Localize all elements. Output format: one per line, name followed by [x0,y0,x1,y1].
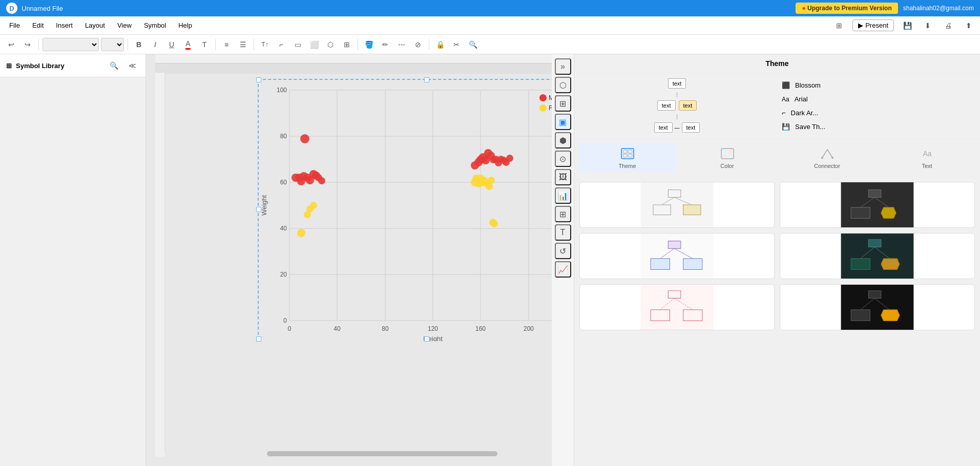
chart-container[interactable]: 0 20 40 60 80 100 0 40 80 120 [258,79,552,340]
dark-icon: ⌐ [782,109,786,117]
menu-edit[interactable]: Edit [27,19,49,31]
toolbar-separator-4 [254,39,254,50]
sidebar-header: ⊞ Symbol Library 🔍 ≪ [0,54,145,77]
no-line-button[interactable]: ⊘ [411,37,425,52]
toolbar-separator-3 [215,39,216,50]
connector-style-button[interactable]: ⌐ [274,37,288,52]
theme-card-4[interactable] [780,233,975,279]
table-icon[interactable]: ⊞ [555,206,571,222]
option-blossom[interactable]: ⬛ Blossom [780,78,975,92]
theme-icon[interactable]: ▣ [555,114,571,130]
cut-button[interactable]: ✂ [449,37,464,52]
tab-connector[interactable]: Connector [778,143,876,172]
connections-icon[interactable]: ⬢ [555,132,571,149]
svg-rect-96 [841,182,914,227]
svg-rect-1 [155,73,164,457]
save-theme-icon: 💾 [782,123,790,131]
svg-text:160: 160 [475,325,486,332]
print-icon[interactable]: 🖨 [941,18,955,33]
container-button[interactable]: ⊞ [340,37,354,52]
menu-symbol[interactable]: Symbol [139,19,171,31]
fill-button[interactable]: 🪣 [362,37,376,52]
svg-rect-105 [683,259,702,270]
theme-card-1[interactable] [579,182,775,228]
menu-help[interactable]: Help [173,19,197,31]
shapes-icon[interactable]: ⊙ [555,151,571,167]
present-button[interactable]: ▶ Present [852,19,894,31]
canvas-content[interactable]: 0 20 40 60 80 100 0 40 80 120 [155,63,552,457]
theme-card-2[interactable] [780,182,975,228]
theme-card-5[interactable] [579,284,775,330]
menu-view[interactable]: View [112,19,137,31]
line-style-button[interactable]: --- [394,37,409,52]
image-icon[interactable]: 🖼 [555,169,571,185]
upgrade-button[interactable]: Upgrade to Premium Version [796,3,898,14]
arial-icon: Aa [782,96,789,103]
redo-button[interactable]: ↪ [20,37,35,52]
align-left-button[interactable]: ≡ [219,37,234,52]
history-icon[interactable]: ↺ [555,243,571,259]
tab-text-label: Text [922,163,932,169]
share-icon[interactable]: ⬆ [962,18,976,33]
menu-insert[interactable]: Insert [51,19,78,31]
chart-icon[interactable]: 📊 [555,187,571,204]
canvas-area[interactable]: /* rulers rendered below */ [146,54,552,466]
tab-theme-label: Theme [618,163,636,169]
handle-tm[interactable] [424,77,429,82]
svg-point-45 [318,177,325,184]
handle-bm[interactable] [424,336,429,342]
theme-preview-area: text | text text | text — text [574,73,980,139]
horizontal-scrollbar[interactable] [164,451,552,457]
menu-layout[interactable]: Layout [80,19,110,31]
font-color-button[interactable]: A [181,37,195,52]
sidebar-search-button[interactable]: 🔍 [107,58,121,73]
screen-icon[interactable]: ⊞ [832,18,846,33]
rect-button[interactable]: ▭ [290,37,305,52]
tab-color[interactable]: Color [678,143,776,172]
main-area: ⊞ Symbol Library 🔍 ≪ /* rulers rendered … [0,54,980,466]
format-icon[interactable]: ⬡ [555,77,571,93]
svg-point-46 [300,134,309,143]
underline-button[interactable]: U [164,37,179,52]
font-size-select[interactable] [101,38,124,51]
align-button[interactable]: ☰ [236,37,250,52]
svg-text:200: 200 [524,325,534,332]
expand-icon[interactable]: » [555,58,571,75]
theme-card-3[interactable] [579,233,775,279]
download-icon[interactable]: ⬇ [921,18,935,33]
text-style-button[interactable]: T [197,37,212,52]
option-dark[interactable]: ⌐ Dark Ar... [780,106,975,120]
tab-text[interactable]: Aa Text [878,143,976,172]
canvas-inner[interactable]: 0 20 40 60 80 100 0 40 80 120 [165,74,552,457]
italic-button[interactable]: I [148,37,162,52]
search-button[interactable]: 🔍 [466,37,480,52]
svg-rect-78 [623,150,627,153]
option-arial[interactable]: Aa Arial [780,92,975,106]
option-save[interactable]: 💾 Save Th... [780,120,975,134]
scroll-thumb[interactable] [267,451,497,456]
handle-tl[interactable] [256,77,261,82]
font-family-select[interactable] [43,38,99,51]
shape-button[interactable]: ⬡ [323,37,338,52]
text-icon[interactable]: T [555,224,571,241]
menu-file[interactable]: File [4,19,25,31]
rounded-rect-button[interactable]: ⬜ [307,37,321,52]
save-icon[interactable]: 💾 [900,18,914,33]
undo-button[interactable]: ↩ [4,37,18,52]
svg-rect-86 [728,155,733,158]
handle-bl[interactable] [256,336,261,342]
preview-box-2: text [657,100,676,111]
theme-card-6[interactable] [780,284,975,330]
lock-button[interactable]: 🔒 [433,37,447,52]
sidebar-collapse-button[interactable]: ≪ [125,58,139,73]
pen-button[interactable]: ✏ [378,37,392,52]
bold-button[interactable]: B [132,37,146,52]
layers-icon[interactable]: ⊞ [555,95,571,112]
tab-theme[interactable]: Theme [578,143,676,172]
handle-ml[interactable] [256,207,261,212]
text-size-button[interactable]: T↑ [258,37,272,52]
play-icon: ▶ [858,22,863,29]
right-toolbar: » ⬡ ⊞ ▣ ⬢ ⊙ 🖼 📊 ⊞ T ↺ 📈 [552,54,574,466]
svg-point-76 [491,220,498,227]
analytics-icon[interactable]: 📈 [555,261,571,278]
